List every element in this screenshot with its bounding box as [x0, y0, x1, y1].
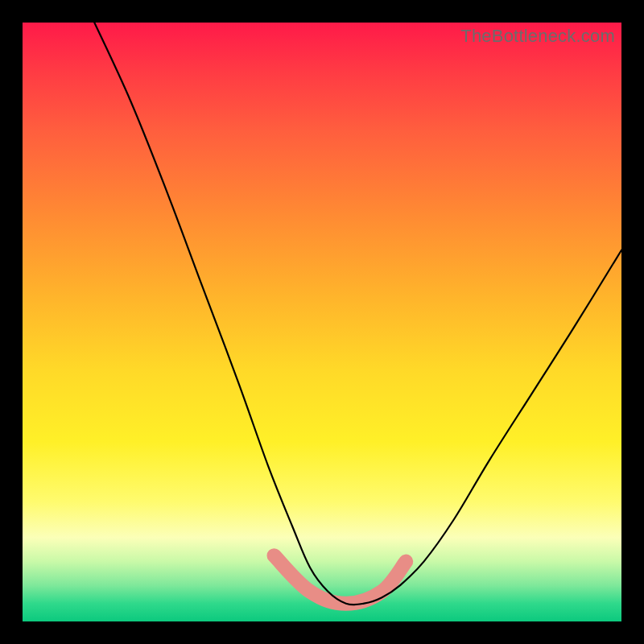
bottleneck-curve-path	[94, 23, 621, 605]
chart-svg	[23, 23, 621, 621]
watermark-text: TheBottleneck.com	[460, 26, 615, 47]
plot-area: TheBottleneck.com	[23, 23, 621, 621]
bottleneck-curve-group	[94, 23, 621, 605]
highlight-band-path	[275, 555, 407, 604]
highlight-band-group	[275, 555, 407, 604]
chart-frame: TheBottleneck.com	[0, 0, 644, 644]
